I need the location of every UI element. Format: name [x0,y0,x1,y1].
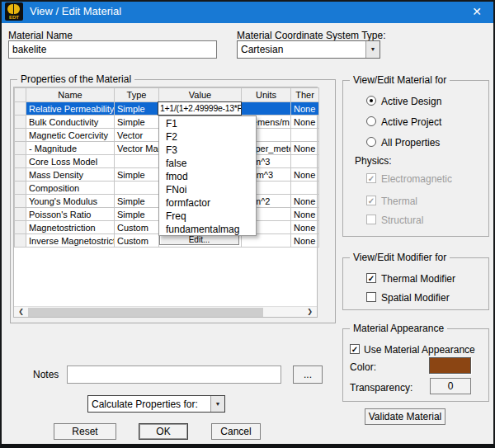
property-name-cell[interactable]: Inverse Magnetostriction [26,234,115,248]
ok-button[interactable]: OK [139,423,188,440]
property-name-cell[interactable]: Mass Density [26,168,115,182]
calculate-properties-select[interactable]: Calculate Properties for: ▼ [87,395,225,413]
property-name-cell[interactable]: Magnetostriction [26,221,115,234]
property-type-cell[interactable]: Simple [115,102,159,116]
properties-group-label: Properties of the Material [17,73,134,85]
autocomplete-item[interactable]: F3 [159,144,256,157]
autocomplete-item[interactable]: formfactor [159,196,256,210]
property-name-cell[interactable]: Poisson's Ratio [26,208,115,221]
chevron-down-icon[interactable]: ▼ [365,41,380,58]
col-name: Name [26,88,115,102]
autocomplete-item[interactable]: F2 [159,130,256,144]
checkbox-thermal: ✓ [366,196,376,205]
autocomplete-item[interactable]: FNoi [159,183,256,196]
property-name-cell[interactable]: Magnetic Coercivity [26,129,115,142]
property-name-cell[interactable]: Composition [26,182,115,195]
col-type: Type [115,88,159,102]
autocomplete-item[interactable]: F1 [159,117,256,130]
horizontal-scrollbar[interactable]: ❮ ❯ [14,306,317,317]
radio-all-properties[interactable] [366,137,376,147]
transparency-button[interactable]: 0 [430,378,471,394]
property-name-cell[interactable]: Core Loss Model [26,155,115,168]
notes-label: Notes [33,369,59,380]
autocomplete-dropdown: F1 F2 F3 false fmod FNoi formfactor Freq… [158,116,257,236]
material-name-label: Material Name [8,30,73,41]
checkbox-structural [366,215,376,224]
col-units: Units [242,88,291,102]
close-icon[interactable]: ✕ [464,0,490,23]
property-thermal-cell[interactable]: None [291,102,319,116]
color-swatch-button[interactable] [429,357,471,374]
notes-input[interactable] [67,365,281,384]
checkbox-electromagnetic: ✓ [366,173,376,183]
reset-button[interactable]: Reset [54,423,116,440]
property-name-cell[interactable]: - Magnitude [26,142,115,155]
checkbox-spatial-modifier[interactable] [366,292,376,302]
checkbox-thermal-modifier[interactable]: ✓ [366,273,376,283]
autocomplete-item[interactable]: false [159,157,256,170]
col-thermal: Ther [291,88,319,102]
transparency-label: Transparency: [350,382,412,394]
view-edit-modifier-for-group: View/Edit Modifier for ✓ Thermal Modifie… [342,257,489,310]
edt-app-icon: EDT [5,2,23,21]
table-header-row: Name Type Value Units Ther [15,88,319,102]
radio-active-project[interactable] [366,116,376,126]
autocomplete-item[interactable]: fmod [159,170,256,183]
view-edit-material-for-group: View/Edit Material for Active Design Act… [342,80,489,237]
autocomplete-item[interactable]: fundamentalmag [159,223,256,236]
titlebar[interactable]: EDT View / Edit Material ✕ [0,0,495,23]
scroll-left-icon[interactable]: ❮ [15,307,27,317]
material-name-input[interactable]: bakelite [8,40,217,59]
col-value: Value [159,88,242,102]
material-appearance-group: Material Appearance ✓ Use Material Appea… [342,328,489,402]
scrollbar-thumb[interactable] [28,308,263,317]
view-edit-material-dialog: EDT View / Edit Material ✕ Material Name… [0,0,495,448]
autocomplete-item[interactable]: Freq [159,210,256,223]
notes-browse-button[interactable]: ... [293,365,323,384]
property-name-cell[interactable]: Relative Permeability [26,102,115,116]
window-title: View / Edit Material [30,0,121,23]
chevron-down-icon[interactable]: ▼ [210,396,224,412]
property-units-cell[interactable] [242,102,291,116]
color-label: Color: [350,361,376,373]
property-name-cell[interactable]: Young's Modulus [26,195,115,208]
physics-label: Physics: [355,155,392,167]
coordinate-system-select[interactable]: Cartesian ▼ [237,40,380,59]
radio-active-design[interactable] [366,96,376,106]
value-edit-input[interactable]: 1+1/(1+2.49999e-13*F [158,101,242,116]
property-name-cell[interactable]: Bulk Conductivity [26,116,115,129]
cancel-button[interactable]: Cancel [211,423,261,440]
validate-material-button[interactable]: Validate Material [365,408,446,425]
scroll-right-icon[interactable]: ❯ [304,307,316,317]
checkbox-use-material-appearance[interactable]: ✓ [350,344,360,354]
coordinate-system-label: Material Coordinate System Type: [237,30,386,41]
